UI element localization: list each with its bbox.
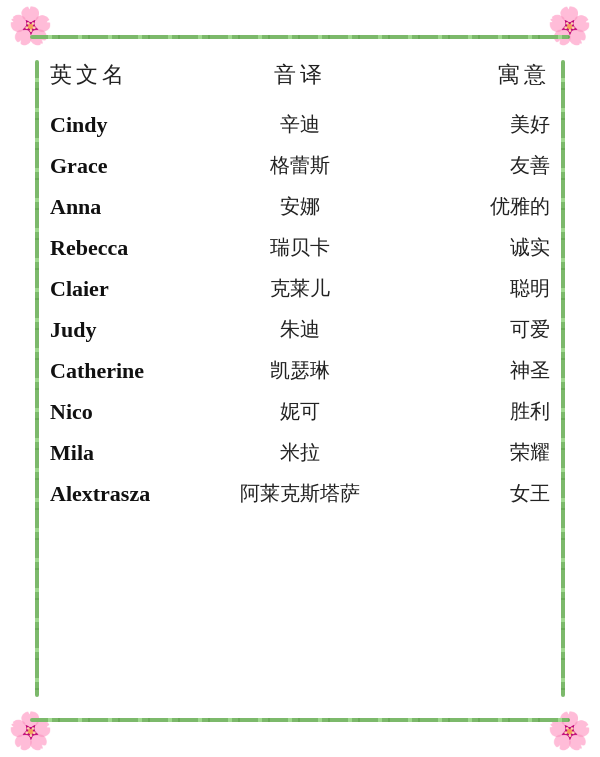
data-table: Cindy 辛迪 美好 Grace 格蕾斯 友善 Anna 安娜 优雅的 Reb… (50, 104, 550, 707)
cell-meaning: 优雅的 (383, 193, 550, 220)
border-left (28, 60, 46, 697)
table-row: Claier 克莱儿 聪明 (50, 268, 550, 309)
cell-phonetic: 安娜 (217, 193, 384, 220)
cell-phonetic: 格蕾斯 (217, 152, 384, 179)
border-bottom-line (30, 718, 570, 722)
border-bottom (30, 711, 570, 729)
header-phonetic: 音译 (217, 60, 384, 90)
cell-english: Cindy (50, 112, 217, 138)
cell-english: Catherine (50, 358, 217, 384)
cell-phonetic: 米拉 (217, 439, 384, 466)
cell-meaning: 聪明 (383, 275, 550, 302)
border-top (30, 28, 570, 46)
cell-phonetic: 辛迪 (217, 111, 384, 138)
cell-meaning: 可爱 (383, 316, 550, 343)
header-meaning: 寓意 (383, 60, 550, 90)
table-header: 英文名 音译 寓意 (50, 50, 550, 104)
header-english: 英文名 (50, 60, 217, 90)
cell-english: Alextrasza (50, 481, 217, 507)
cell-phonetic: 克莱儿 (217, 275, 384, 302)
cell-english: Grace (50, 153, 217, 179)
cell-english: Claier (50, 276, 217, 302)
cell-english: Mila (50, 440, 217, 466)
cell-phonetic: 瑞贝卡 (217, 234, 384, 261)
cell-phonetic: 妮可 (217, 398, 384, 425)
table-row: Rebecca 瑞贝卡 诚实 (50, 227, 550, 268)
cell-english: Anna (50, 194, 217, 220)
main-content: 英文名 音译 寓意 Cindy 辛迪 美好 Grace 格蕾斯 友善 Anna … (50, 50, 550, 707)
cell-english: Rebecca (50, 235, 217, 261)
page-container: 🌸 🌸 🌸 🌸 英文名 音译 寓意 Cindy 辛迪 美好 Grace 格蕾 (0, 0, 600, 757)
cell-meaning: 荣耀 (383, 439, 550, 466)
cell-meaning: 诚实 (383, 234, 550, 261)
border-right-line (561, 60, 565, 697)
cell-meaning: 女王 (383, 480, 550, 507)
table-row: Catherine 凯瑟琳 神圣 (50, 350, 550, 391)
cell-meaning: 神圣 (383, 357, 550, 384)
table-row: Anna 安娜 优雅的 (50, 186, 550, 227)
cell-meaning: 胜利 (383, 398, 550, 425)
table-row: Nico 妮可 胜利 (50, 391, 550, 432)
cell-phonetic: 阿莱克斯塔萨 (217, 480, 384, 507)
table-row: Grace 格蕾斯 友善 (50, 145, 550, 186)
table-row: Cindy 辛迪 美好 (50, 104, 550, 145)
cell-phonetic: 凯瑟琳 (217, 357, 384, 384)
border-right (554, 60, 572, 697)
border-left-line (35, 60, 39, 697)
cell-meaning: 友善 (383, 152, 550, 179)
table-row: Alextrasza 阿莱克斯塔萨 女王 (50, 473, 550, 514)
border-top-line (30, 35, 570, 39)
cell-phonetic: 朱迪 (217, 316, 384, 343)
cell-meaning: 美好 (383, 111, 550, 138)
cell-english: Judy (50, 317, 217, 343)
table-row: Judy 朱迪 可爱 (50, 309, 550, 350)
table-row: Mila 米拉 荣耀 (50, 432, 550, 473)
cell-english: Nico (50, 399, 217, 425)
